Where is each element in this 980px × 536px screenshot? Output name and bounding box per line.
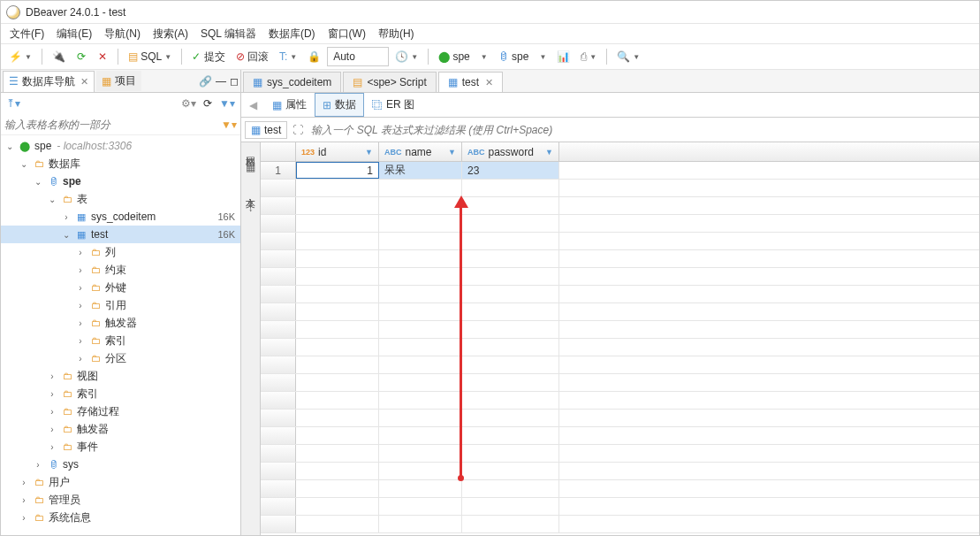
editor-tab-script[interactable]: ▤<spe> Script [343,72,436,92]
tree-indexes[interactable]: ›🗀索引 [1,332,240,349]
link-icon[interactable]: 🔗 [199,75,212,88]
tree-databases[interactable]: ⌄🗀数据库 [1,155,240,172]
vertical-tabs: 网格 ▦ 文本 ↕ [241,142,261,535]
settings-button[interactable]: ⚙▾ [181,97,196,110]
data-row[interactable]: 1 1 呆呆 23 [261,162,979,180]
cell-name[interactable]: 呆呆 [379,162,462,179]
menu-bar: 文件(F) 编辑(E) 导航(N) 搜索(A) SQL 编辑器 数据库(D) 窗… [1,24,979,43]
menu-navigate[interactable]: 导航(N) [99,25,146,43]
lock-button[interactable]: 🔒 [303,47,325,66]
tree-db-spe[interactable]: ⌄🛢spe [1,172,240,190]
tree-constraints[interactable]: ›🗀约束 [1,261,240,279]
tree-tables[interactable]: ⌄🗀表 [1,190,240,208]
tree-admin[interactable]: ›🗀管理员 [1,491,240,509]
restore-icon[interactable]: ◻ [230,75,239,88]
vtab-text[interactable]: 文本 [242,185,259,195]
transaction-mode-button[interactable]: T:▼ [275,47,301,66]
tree-trg[interactable]: ›🗀触发器 [1,420,240,438]
tree-table-codeitem[interactable]: ›▦sys_codeitem16K [1,208,240,226]
history-button[interactable]: 🕓▼ [391,47,422,66]
row-number[interactable]: 1 [261,162,296,179]
connect-button[interactable]: 🔌 [48,47,70,66]
vtab-grid[interactable]: 网格 [242,144,259,155]
close-icon[interactable]: ✕ [80,76,88,88]
tree-sysinfo[interactable]: ›🗀系统信息 [1,509,240,526]
col-header-id[interactable]: 123id▼ [296,142,379,161]
window-title: DBeaver 24.0.1 - test [26,6,125,19]
tab-db-navigator[interactable]: ☰数据库导航✕ [3,71,95,92]
data-grid: 123id▼ ABCname▼ ABCpassword▼ 1 1 呆呆 23 [261,142,979,535]
collapse-button[interactable]: ⤒▾ [6,97,20,110]
tab-projects[interactable]: ▦项目 [96,71,141,91]
text-icon[interactable]: ↕ [244,201,258,215]
subtab-data[interactable]: ⊞数据 [315,93,364,117]
tree-procs[interactable]: ›🗀存储过程 [1,402,240,420]
filter-button[interactable]: ▼▾ [219,97,235,110]
title-bar: DBeaver 24.0.1 - test [1,1,979,24]
tree-partitions[interactable]: ›🗀分区 [1,349,240,367]
reconnect-button[interactable]: ⟳ [72,47,91,66]
app-logo-icon [6,5,20,19]
menu-edit[interactable]: 编辑(E) [51,25,97,43]
tree-table-test[interactable]: ⌄▦test16K [1,226,240,243]
subtab-properties[interactable]: ▦属性 [264,93,315,117]
sidebar: ☰数据库导航✕ ▦项目 🔗 — ◻ ⤒▾ ⚙▾ ⟳ ▼▾ ▼▾ ⌄⬤spe- l… [1,70,241,535]
editor-tab-codeitem[interactable]: ▦sys_codeitem [243,72,341,92]
col-header-password[interactable]: ABCpassword▼ [462,142,559,161]
menu-file[interactable]: 文件(F) [4,25,49,43]
sql-editor-button[interactable]: ▤ SQL▼ [124,47,176,66]
menu-database[interactable]: 数据库(D) [263,25,321,43]
export-button[interactable]: ⎙▼ [576,47,601,66]
sidebar-toolbar: ⤒▾ ⚙▾ ⟳ ▼▾ [1,93,240,114]
filter-icon[interactable]: ▼▾ [221,119,237,131]
menu-help[interactable]: 帮助(H) [373,25,420,43]
tree-refs[interactable]: ›🗀引用 [1,296,240,314]
menu-window[interactable]: 窗口(W) [323,25,371,43]
menu-search[interactable]: 搜索(A) [148,25,194,43]
grid-icon[interactable]: ▦ [244,160,258,174]
tree-db-sys[interactable]: ›🛢sys [1,456,240,473]
expand-icon[interactable]: ⛶ [292,124,303,136]
rollback-button[interactable]: ⊘ 回滚 [232,47,273,66]
disconnect-button[interactable]: ✕ [93,47,112,66]
col-header-name[interactable]: ABCname▼ [379,142,462,161]
rownum-header[interactable] [261,142,296,161]
dashboard-button[interactable]: 📊 [552,47,574,66]
tree-triggers[interactable]: ›🗀触发器 [1,314,240,332]
subtab-er[interactable]: ⿻ER 图 [364,93,422,117]
cell-password[interactable]: 23 [462,162,559,179]
back-button[interactable]: ◀ [243,96,262,115]
schema-combo[interactable]: 🛢 spe▼ [494,47,551,66]
cell-id[interactable]: 1 [296,162,379,179]
search-button[interactable]: 🔍▼ [612,47,644,66]
new-connection-button[interactable]: ⚡▼ [4,47,36,66]
editor-area: ▦sys_codeitem ▤<spe> Script ▦test✕ ◀ ▦属性… [241,70,979,535]
table-name-badge[interactable]: ▦test [245,121,287,139]
navigator-tree: ⌄⬤spe- localhost:3306 ⌄🗀数据库 ⌄🛢spe ⌄🗀表 ›▦… [1,135,240,535]
main-toolbar: ⚡▼ 🔌 ⟳ ✕ ▤ SQL▼ ✓ 提交 ⊘ 回滚 T:▼ 🔒 Auto 🕓▼ … [1,43,979,70]
tree-columns[interactable]: ›🗀列 [1,243,240,261]
tree-fkeys[interactable]: ›🗀外键 [1,279,240,296]
commit-mode-combo[interactable]: Auto [327,47,389,66]
minimize-icon[interactable]: — [216,75,226,88]
editor-tab-test[interactable]: ▦test✕ [438,72,503,92]
tree-connection[interactable]: ⌄⬤spe- localhost:3306 [1,137,240,155]
close-icon[interactable]: ✕ [485,77,493,88]
datasource-combo[interactable]: ⬤ spe▼ [434,47,492,66]
tree-views[interactable]: ›🗀视图 [1,367,240,385]
sql-filter-input[interactable] [308,121,976,139]
commit-button[interactable]: ✓ 提交 [187,47,229,66]
refresh-button[interactable]: ⟳ [203,97,212,110]
tree-filter-input[interactable] [4,119,221,131]
menu-sql-editor[interactable]: SQL 编辑器 [195,25,262,43]
tree-idx[interactable]: ›🗀索引 [1,385,240,402]
tree-events[interactable]: ›🗀事件 [1,438,240,456]
tree-users[interactable]: ›🗀用户 [1,473,240,491]
